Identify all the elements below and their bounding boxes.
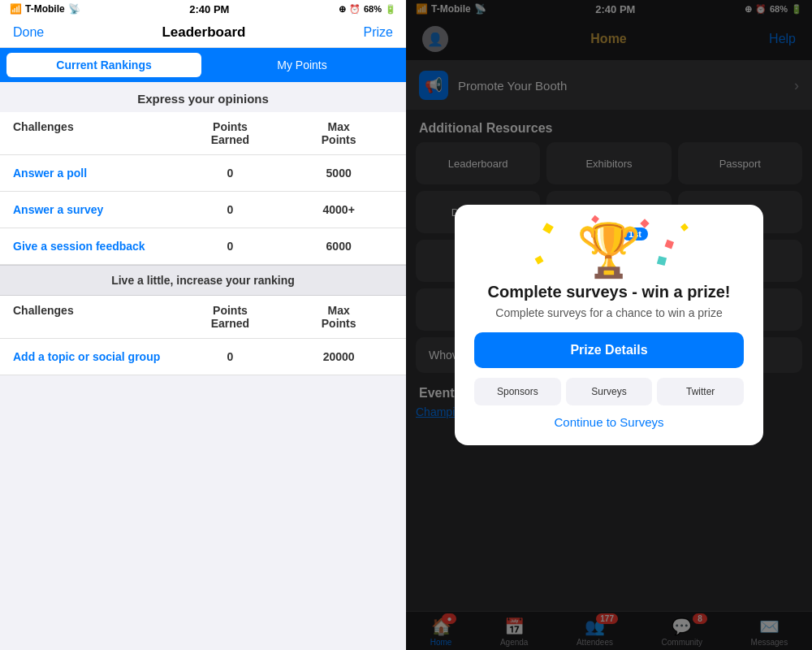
svg-rect-3 bbox=[535, 256, 544, 265]
topic-points-earned: 0 bbox=[176, 350, 285, 363]
feedback-points-earned: 0 bbox=[176, 240, 285, 253]
battery-icon: 🔋 bbox=[385, 4, 396, 15]
table-header-row-1: Challenges PointsEarned MaxPoints bbox=[0, 112, 406, 155]
col-max-header-2: MaxPoints bbox=[284, 304, 393, 330]
feedback-max-points: 6000 bbox=[284, 240, 393, 253]
col-max-header: MaxPoints bbox=[284, 120, 393, 146]
trophy-emoji: 🏆 bbox=[577, 224, 641, 276]
modal-grid-twitter[interactable]: Twitter bbox=[657, 378, 744, 405]
left-status-bar: 📶 T-Mobile 📡 2:40 PM ⊕ ⏰ 68% 🔋 bbox=[0, 0, 406, 18]
challenge-add-topic[interactable]: Add a topic or social group bbox=[13, 350, 176, 363]
svg-rect-2 bbox=[665, 240, 675, 249]
left-status-carrier: 📶 T-Mobile 📡 bbox=[10, 3, 80, 15]
tab-my-points[interactable]: My Points bbox=[205, 53, 400, 77]
poll-points-earned: 0 bbox=[176, 167, 285, 180]
right-panel: 📶 T-Mobile 📡 2:40 PM ⊕ ⏰ 68% 🔋 👤 Home He… bbox=[406, 0, 812, 650]
table-live: Challenges PointsEarned MaxPoints Add a … bbox=[0, 296, 406, 375]
left-nav-bar: Done Leaderboard Prize bbox=[0, 18, 406, 48]
done-button[interactable]: Done bbox=[13, 25, 44, 40]
challenge-answer-survey[interactable]: Answer a survey bbox=[13, 203, 176, 216]
page-title: Leaderboard bbox=[162, 24, 245, 41]
svg-rect-4 bbox=[657, 256, 667, 266]
survey-points-earned: 0 bbox=[176, 203, 285, 216]
tab-current-rankings[interactable]: Current Rankings bbox=[6, 53, 201, 77]
topic-max-points: 20000 bbox=[284, 350, 393, 363]
modal-title: Complete surveys - win a prize! bbox=[488, 283, 731, 301]
table-row: Give a session feedback 0 6000 bbox=[0, 228, 406, 265]
tab-bar: Current Rankings My Points bbox=[0, 48, 406, 82]
location-icon: ⊕ bbox=[339, 4, 346, 15]
table-header-row-2: Challenges PointsEarned MaxPoints bbox=[0, 296, 406, 339]
svg-rect-6 bbox=[567, 210, 577, 221]
col-points-header-2: PointsEarned bbox=[176, 304, 285, 330]
modal-grid-sponsors[interactable]: Sponsors bbox=[474, 378, 561, 405]
section-header-express: Express your opinions bbox=[0, 82, 406, 112]
col-points-header: PointsEarned bbox=[176, 120, 285, 146]
svg-rect-1 bbox=[640, 219, 649, 228]
table-row: Add a topic or social group 0 20000 bbox=[0, 339, 406, 375]
left-panel: 📶 T-Mobile 📡 2:40 PM ⊕ ⏰ 68% 🔋 Done Lead… bbox=[0, 0, 406, 650]
col-challenge-header-2: Challenges bbox=[13, 304, 176, 330]
signal-icon: 📶 bbox=[10, 3, 22, 15]
left-status-battery: ⊕ ⏰ 68% 🔋 bbox=[339, 4, 396, 15]
modal-card: 🏆 1st Complete surveys - win a prize! Co… bbox=[455, 205, 763, 445]
modal-grid: Sponsors Surveys Twitter bbox=[474, 378, 744, 405]
table-express: Challenges PointsEarned MaxPoints Answer… bbox=[0, 112, 406, 265]
wifi-icon: 📡 bbox=[68, 3, 80, 15]
poll-max-points: 5000 bbox=[284, 167, 393, 180]
col-challenge-header: Challenges bbox=[13, 120, 176, 146]
prize-details-button[interactable]: Prize Details bbox=[474, 332, 744, 368]
challenge-answer-poll[interactable]: Answer a poll bbox=[13, 167, 176, 180]
table-row: Answer a poll 0 5000 bbox=[0, 155, 406, 192]
svg-rect-8 bbox=[680, 223, 689, 232]
content-scroll: Express your opinions Challenges PointsE… bbox=[0, 82, 406, 650]
prize-button[interactable]: Prize bbox=[364, 25, 393, 40]
challenge-session-feedback[interactable]: Give a session feedback bbox=[13, 240, 176, 253]
section-header-live: Live a little, increase your ranking bbox=[0, 265, 406, 296]
modal-subtitle: Complete surveys for a chance to win a p… bbox=[495, 306, 722, 319]
modal-grid-surveys[interactable]: Surveys bbox=[566, 378, 653, 405]
svg-rect-0 bbox=[542, 223, 554, 234]
survey-max-points: 4000+ bbox=[284, 203, 393, 216]
alarm-icon: ⏰ bbox=[349, 4, 361, 15]
continue-to-surveys-link[interactable]: Continue to Surveys bbox=[554, 412, 663, 432]
table-row: Answer a survey 0 4000+ bbox=[0, 192, 406, 228]
left-status-time: 2:40 PM bbox=[189, 3, 229, 15]
trophy-container: 🏆 1st bbox=[577, 224, 641, 276]
modal-overlay: 🏆 1st Complete surveys - win a prize! Co… bbox=[406, 0, 812, 650]
